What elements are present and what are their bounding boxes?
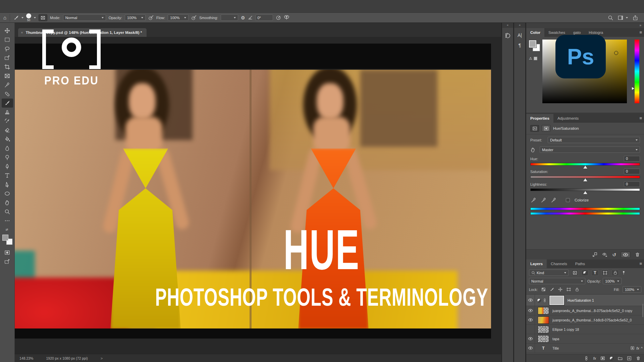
panel-tab[interactable]: Paths	[571, 259, 589, 268]
panel-menu-icon[interactable]: ≡	[639, 116, 642, 121]
layer-row[interactable]: juanproedu_A_thumbnai...f-b8c8-075acb4c5…	[526, 315, 644, 325]
tool-button[interactable]	[2, 26, 13, 35]
share-icon[interactable]	[633, 15, 638, 20]
slider-thumb[interactable]	[583, 166, 587, 169]
search-icon[interactable]	[608, 15, 613, 20]
tool-button[interactable]	[2, 53, 13, 62]
workspace-switcher[interactable]	[618, 15, 628, 20]
layer-visibility-toggle[interactable]	[526, 295, 535, 306]
toggle-visibility-icon[interactable]	[621, 252, 630, 258]
color-picker-marker[interactable]	[614, 51, 618, 55]
eyedropper-sample-icon[interactable]	[531, 197, 536, 203]
slider-thumb[interactable]	[583, 178, 587, 181]
layer-thumbnail[interactable]	[549, 296, 564, 305]
layer-visibility-toggle[interactable]	[526, 315, 535, 324]
slider-value-field[interactable]: 0	[624, 156, 640, 162]
zoom-level-field[interactable]: 148.23%	[19, 356, 33, 360]
reset-adjustment-icon[interactable]: ↺	[612, 252, 616, 257]
preset-select[interactable]: Default	[548, 137, 640, 143]
lock-position-icon[interactable]	[557, 287, 563, 292]
gamut-warning-icon[interactable]: ⚠	[529, 56, 532, 61]
filter-pixel-layers-icon[interactable]	[571, 270, 579, 276]
layer-thumbnail[interactable]	[538, 307, 549, 314]
brush-size-picker[interactable]: 50	[26, 13, 36, 22]
layer-name[interactable]: Hue/Saturation 1	[568, 298, 594, 302]
tool-button[interactable]	[2, 108, 13, 117]
slider-thumb[interactable]	[583, 191, 587, 194]
slider-track[interactable]	[530, 176, 640, 178]
tool-button[interactable]	[2, 62, 13, 71]
slider-value-field[interactable]: 0	[624, 169, 640, 174]
layer-name[interactable]: Title	[552, 346, 559, 350]
layer-row[interactable]: Hue/Saturation 1 fx ^	[526, 295, 644, 306]
filter-toggle-pin-icon[interactable]	[622, 270, 626, 275]
blend-mode-select[interactable]: Normal	[63, 14, 106, 21]
tool-button[interactable]	[2, 162, 13, 171]
tool-button[interactable]	[2, 171, 13, 180]
swap-colors-icon[interactable]: ⇄	[6, 228, 9, 231]
colorize-checkbox[interactable]	[566, 198, 570, 202]
collapse-arrows-icon[interactable]: «	[502, 23, 513, 28]
filter-kind-select[interactable]: Kind	[529, 269, 569, 276]
expand-dock-icon[interactable]: »	[526, 23, 644, 28]
layer-row[interactable]: tapa fx ^	[526, 334, 644, 344]
tool-button[interactable]	[2, 117, 13, 126]
layer-thumbnail[interactable]: T	[538, 345, 549, 352]
fx-badge[interactable]: fx	[636, 346, 639, 350]
panel-menu-icon[interactable]: ≡	[639, 261, 642, 266]
smoothing-gear-icon[interactable]: ⚙	[241, 15, 245, 20]
quick-mask-button[interactable]	[2, 248, 13, 257]
tool-button[interactable]	[2, 35, 13, 44]
color-panel-swatches[interactable]	[529, 40, 540, 52]
slider-track[interactable]	[530, 163, 640, 166]
tool-button[interactable]	[2, 135, 13, 144]
symmetry-butterfly-icon[interactable]	[284, 15, 289, 20]
panel-tab[interactable]: Layers	[526, 259, 547, 268]
hue-spectrum-bar-bottom[interactable]	[530, 212, 640, 215]
foreground-color[interactable]	[2, 235, 8, 241]
layer-opacity-select[interactable]: 100%	[603, 278, 622, 284]
tool-button[interactable]	[2, 71, 13, 80]
layer-row[interactable]: Ellipse 1 copy 18 fx ^	[526, 325, 644, 334]
filter-type-layers-icon[interactable]: T	[591, 270, 599, 276]
layer-thumbnail[interactable]	[538, 335, 549, 343]
view-previous-state-icon[interactable]	[602, 252, 607, 257]
flow-select[interactable]: 100%	[168, 14, 189, 21]
lock-all-icon[interactable]	[574, 287, 580, 292]
targeted-adjustment-icon[interactable]	[530, 147, 537, 153]
add-layer-mask-icon[interactable]	[600, 356, 605, 361]
mask-link-icon[interactable]	[543, 298, 547, 303]
history-panel-icon[interactable]	[502, 33, 513, 39]
status-chevron-icon[interactable]: >	[101, 356, 103, 360]
layer-visibility-toggle[interactable]	[526, 344, 535, 353]
brush-settings-panel-toggle[interactable]	[39, 14, 47, 21]
layer-visibility-toggle[interactable]	[526, 325, 535, 334]
collapse-fx-icon[interactable]: ^	[641, 346, 643, 350]
collapse-arrows-icon[interactable]: «	[514, 23, 525, 28]
layer-mask-icon[interactable]	[542, 125, 550, 132]
tool-button[interactable]	[2, 44, 13, 53]
panel-menu-icon[interactable]: ≡	[639, 30, 642, 35]
new-group-icon[interactable]	[618, 356, 623, 361]
smart-filter-icon[interactable]	[630, 346, 635, 350]
hue-strip[interactable]	[635, 40, 639, 103]
lock-artboard-icon[interactable]	[566, 287, 571, 292]
slider-value-field[interactable]: 0	[624, 181, 640, 187]
hue-strip-marker[interactable]	[632, 87, 634, 90]
delete-adjustment-icon[interactable]	[635, 252, 640, 257]
opacity-select[interactable]: 100%	[125, 14, 146, 21]
panel-tab[interactable]: Properties	[526, 114, 553, 123]
pressure-size-icon[interactable]	[276, 15, 281, 20]
smoothing-select[interactable]	[221, 14, 238, 21]
adjustment-layer-icon[interactable]	[530, 125, 539, 132]
slider-track[interactable]	[530, 188, 640, 191]
screen-mode-button[interactable]	[2, 257, 13, 266]
tool-button[interactable]	[2, 207, 13, 216]
filter-shape-layers-icon[interactable]	[601, 270, 609, 276]
layer-name[interactable]: juanproedu_A_thumbnai...8-075acb4c5e52_0…	[552, 309, 632, 313]
layer-fill-select[interactable]: 100%	[623, 286, 641, 293]
filter-smart-objects-icon[interactable]	[611, 270, 619, 276]
delete-layer-icon[interactable]	[636, 356, 641, 361]
layer-name[interactable]: juanproedu_A_thumbnai...f-b8c8-075acb4c5…	[552, 318, 632, 322]
paragraph-panel-icon[interactable]: ¶	[514, 43, 525, 48]
